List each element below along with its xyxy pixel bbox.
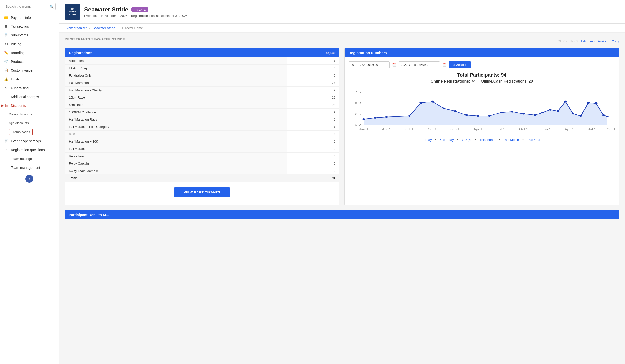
table-row: Half Marathon14	[65, 79, 339, 86]
svg-point-22	[511, 111, 513, 112]
table-row: Half Marathon - Charity2	[65, 86, 339, 94]
event-title: Seawater Stride PRIVATE	[84, 6, 188, 13]
svg-point-10	[374, 117, 376, 119]
filter-yesterday[interactable]: Yesterday	[439, 138, 454, 142]
row-count: 0	[287, 72, 339, 79]
row-name: Relay Team Member	[65, 167, 287, 175]
row-count: 0	[287, 145, 339, 153]
sidebar-label-custom-waiver: Custom waiver	[11, 68, 33, 72]
svg-point-31	[587, 102, 590, 104]
calendar-icon-to[interactable]: 📅	[442, 63, 446, 67]
credit-card-icon: 💳	[4, 16, 8, 20]
svg-text:Jul 1: Jul 1	[497, 128, 505, 131]
date-filter: 📅 📅 SUBMIT	[348, 61, 615, 68]
table-row: Fundraiser Only0	[65, 72, 339, 79]
sidebar-item-products[interactable]: 🛒 Products	[0, 57, 59, 66]
row-name: Half Marathon + 10K	[65, 138, 287, 145]
total-label: Total:	[65, 174, 287, 182]
sidebar-item-age-discounts[interactable]: Age discounts	[0, 119, 59, 127]
sidebar-item-pricing[interactable]: 🏷 Pricing	[0, 40, 59, 48]
row-name: Full Marathon	[65, 145, 287, 153]
svg-point-21	[500, 112, 502, 113]
edit-event-details-link[interactable]: Edit Event Details	[581, 39, 606, 43]
sidebar-label-promo-codes: Promo codes	[11, 130, 30, 134]
row-name: Ekiden Relay	[65, 65, 287, 72]
view-participants-button[interactable]: VIEW PARTICIPANTS	[174, 187, 230, 197]
doc-icon: 📄	[4, 33, 8, 37]
sidebar-item-discounts[interactable]: ▶ % Discounts	[0, 101, 59, 110]
warning-icon: ⚠️	[4, 77, 8, 81]
sidebar-collapse-button[interactable]: ‹	[26, 175, 33, 183]
calendar-icon-from[interactable]: 📅	[392, 63, 396, 67]
row-count: 1	[287, 57, 339, 65]
row-name: Half Marathon - Charity	[65, 86, 287, 94]
table-row: Relay Team Member0	[65, 167, 339, 175]
row-name: Relay Captain	[65, 160, 287, 167]
registrations-card-header: Registrations Export	[65, 48, 339, 57]
sidebar-label-tax-settings: Tax settings	[11, 25, 29, 28]
svg-text:Jan 1: Jan 1	[359, 128, 368, 131]
row-name: Relay Team	[65, 153, 287, 160]
row-name: hidden test	[65, 57, 287, 65]
search-input[interactable]	[3, 3, 56, 10]
filter-last-month[interactable]: Last Month	[503, 138, 519, 142]
row-name: Fundraiser Only	[65, 72, 287, 79]
svg-point-14	[419, 102, 422, 104]
sidebar-item-promo-codes[interactable]: Promo codes	[9, 129, 32, 135]
chart-filter: Today • Yesterday • 7 Days • This Month …	[348, 138, 615, 142]
breadcrumb-organizer[interactable]: Event organizer	[65, 26, 87, 30]
copy-link[interactable]: Copy	[612, 39, 619, 43]
date-to-input[interactable]	[399, 61, 440, 68]
breadcrumb-event[interactable]: Seawater Stride	[93, 26, 115, 30]
main-content: SEAWATERSTRIDE Seawater Stride PRIVATE E…	[59, 0, 625, 364]
sidebar-item-branding[interactable]: ✏️ Branding	[0, 48, 59, 57]
sidebar-label-fundraising: Fundraising	[11, 86, 29, 90]
filter-this-month[interactable]: This Month	[479, 138, 495, 142]
pen-icon: ✏️	[4, 51, 8, 55]
sidebar-item-team-settings[interactable]: ⊞ Team settings	[0, 154, 59, 163]
sidebar-item-fundraising[interactable]: $ Fundraising	[0, 84, 59, 92]
registration-numbers-body: 📅 📅 SUBMIT Total Participants: 94 Online…	[344, 57, 619, 145]
svg-text:Oct 1: Oct 1	[428, 128, 437, 131]
row-name: Full Marathon Elite Category	[65, 123, 287, 131]
total-row: Total: 94	[65, 174, 339, 182]
row-count: 0	[287, 160, 339, 167]
row-name: 10km Race	[65, 94, 287, 101]
sidebar-item-sub-events[interactable]: 📄 Sub-events	[0, 31, 59, 40]
svg-marker-8	[364, 102, 607, 125]
sidebar-item-custom-waiver[interactable]: 📋 Custom waiver	[0, 66, 59, 75]
filter-this-year[interactable]: This Year	[527, 138, 540, 142]
svg-point-30	[579, 115, 582, 117]
export-button[interactable]: Export	[326, 51, 335, 55]
row-name: Half Marathon	[65, 79, 287, 86]
stats-section: Total Participants: 94 Online Registrati…	[348, 72, 615, 84]
submit-button[interactable]: SUBMIT	[449, 61, 471, 68]
svg-text:Jan 1: Jan 1	[542, 128, 551, 131]
date-from-input[interactable]	[348, 61, 390, 68]
sidebar-item-limits[interactable]: ⚠️ Limits	[0, 75, 59, 84]
filter-7days[interactable]: 7 Days	[462, 138, 471, 142]
sidebar-item-event-page-settings[interactable]: 📄 Event page settings	[0, 137, 59, 145]
sidebar-item-group-discounts[interactable]: Group discounts	[0, 110, 59, 119]
team-icon: ⊞	[4, 157, 8, 161]
filter-today[interactable]: Today	[423, 138, 432, 142]
table-row: Half Marathon + 10K6	[65, 138, 339, 145]
question-icon: ?	[4, 148, 8, 152]
breadcrumb: Event organizer / Seawater Stride / Dire…	[59, 24, 625, 32]
row-count: 0	[287, 153, 339, 160]
table-row: hidden test1	[65, 57, 339, 65]
svg-text:Oct 1: Oct 1	[519, 128, 528, 131]
table-row: 10km Race22	[65, 94, 339, 101]
row-name: 5km Race	[65, 101, 287, 109]
sidebar: 🔍 💳 Payment info ⊞ Tax settings 📄 Sub-ev…	[0, 0, 59, 364]
row-name: 8KM	[65, 131, 287, 138]
sidebar-item-additional-charges[interactable]: ⊞ Additional charges	[0, 92, 59, 101]
table-row: Half Marathon Race6	[65, 116, 339, 123]
svg-point-18	[465, 114, 468, 116]
svg-point-32	[594, 102, 597, 105]
sidebar-item-registration-questions[interactable]: ? Registration questions	[0, 145, 59, 154]
sidebar-item-payment-info[interactable]: 💳 Payment info	[0, 13, 59, 22]
doc2-icon: 📋	[4, 68, 8, 72]
sidebar-item-tax-settings[interactable]: ⊞ Tax settings	[0, 22, 59, 31]
sidebar-item-team-management[interactable]: ⊞ Team management	[0, 163, 59, 172]
